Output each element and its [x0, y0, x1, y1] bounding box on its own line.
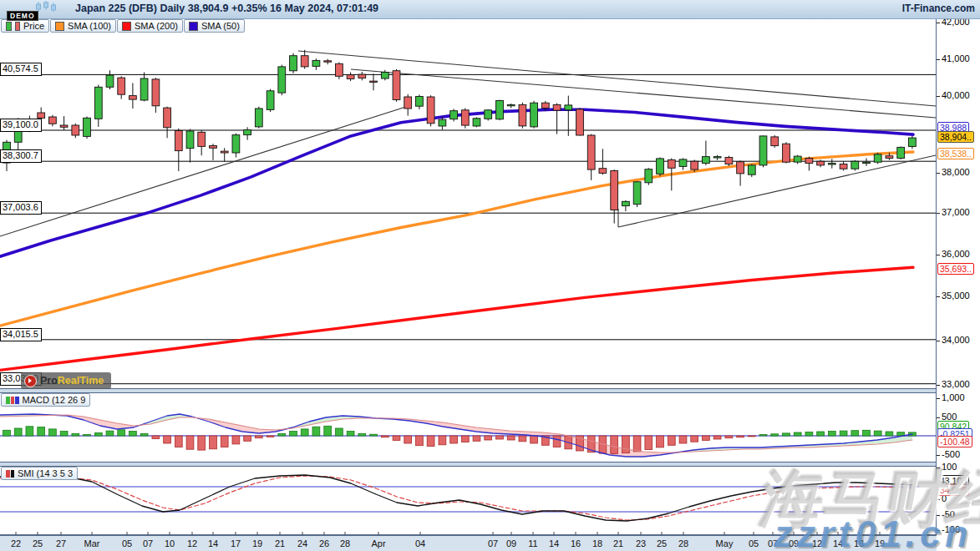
time-axis-label: 22 — [11, 538, 21, 548]
last-value-label: 38,904.. — [937, 131, 974, 143]
axis-tick-label: 37,000 — [942, 207, 970, 217]
smi-icon — [6, 470, 14, 478]
time-axis-label: 07 — [143, 538, 153, 548]
time-axis-label: 21 — [613, 538, 623, 548]
axis-tick — [937, 213, 940, 214]
legend-swatch-icon — [6, 22, 12, 31]
price-level-label: 39,100.0 — [0, 119, 42, 132]
legend-item-price[interactable]: Price — [1, 19, 49, 33]
axis-tick-label: 40,000 — [942, 90, 970, 100]
axis-tick — [937, 417, 940, 418]
time-axis-label: 27 — [56, 538, 66, 548]
sma-100-line — [0, 152, 913, 326]
axis-tick-label: 500 — [942, 412, 957, 422]
provider-brand: IT-Finance.com — [902, 3, 975, 14]
time-axis-label: 05 — [122, 538, 132, 548]
time-axis-label: May — [716, 538, 734, 548]
legend-item-label: SMA (100) — [68, 21, 111, 31]
axis-tick-label: 36,000 — [942, 249, 970, 259]
time-axis-label: Mar — [84, 538, 100, 548]
axis-tick — [937, 341, 940, 341]
instrument-title: Japan 225 (DFB) Daily 38,904.9 +0.35% 16… — [75, 3, 378, 14]
price-level-label: 38,300.7 — [0, 149, 42, 163]
time-axis-label: 24 — [297, 538, 307, 548]
last-value-label: 35,693.. — [937, 263, 974, 275]
axis-tick — [937, 173, 940, 174]
time-axis-label: 18 — [592, 538, 602, 548]
prorealtime-logo-icon — [24, 375, 37, 387]
legend-swatch-icon — [122, 22, 131, 31]
time-axis-label: 19 — [252, 538, 262, 548]
price-level-label: 37,003.6 — [0, 201, 42, 215]
time-axis-label: 10 — [165, 538, 175, 548]
axis-tick — [937, 23, 940, 23]
smi-indicator-button[interactable]: SMI (14 3 5 3 — [1, 467, 78, 480]
axis-tick-label: 1,000 — [942, 392, 965, 402]
time-axis-label: 14 — [208, 538, 218, 548]
axis-tick-label: 34,000 — [942, 335, 970, 345]
time-axis-label: 23 — [636, 538, 646, 548]
time-axis-label: 25 — [657, 538, 667, 548]
time-axis-label: 16 — [571, 538, 581, 548]
legend-swatch-icon — [189, 22, 198, 31]
prorealtime-watermark: ProRealTime — [21, 372, 111, 389]
axis-tick — [937, 59, 940, 60]
legend-item-sma-200[interactable]: SMA (200) — [117, 19, 183, 33]
demo-badge: DEMO — [7, 11, 38, 21]
axis-tick — [937, 455, 940, 456]
time-axis-label: 09 — [506, 538, 516, 548]
time-axis-label: 26 — [319, 538, 329, 548]
chart-application: 40,574.539,100.038,300.737,003.634,015.5… — [0, 0, 980, 551]
time-axis-label: 11 — [528, 538, 537, 548]
axis-tick — [937, 96, 940, 97]
axis-tick-label: 35,000 — [942, 291, 970, 301]
time-axis-label: 14 — [549, 538, 559, 548]
legend-item-label: Price — [23, 21, 44, 31]
last-value-label: -100.48 — [937, 436, 972, 447]
legend: PriceSMA (100)SMA (200)SMA (50) — [1, 19, 245, 33]
axis-tick — [937, 398, 940, 399]
smi-label: SMI (14 3 5 3 — [18, 468, 73, 478]
legend-item-label: SMA (200) — [135, 21, 178, 31]
time-axis-label: 04 — [415, 538, 425, 548]
time-axis-label: 21 — [275, 538, 285, 548]
price-level-label: 34,015.5 — [0, 328, 42, 341]
candles — [3, 50, 917, 224]
axis-tick — [937, 255, 940, 255]
time-axis-label: 12 — [187, 538, 197, 548]
macd-icon — [6, 397, 19, 404]
price-level-label: 40,574.5 — [0, 63, 42, 76]
axis-tick-label: 38,000 — [942, 167, 970, 177]
axis-tick-label: -500 — [942, 449, 960, 459]
sma-200-line — [0, 267, 913, 370]
time-axis-label: 17 — [231, 538, 241, 548]
sma-50-line — [0, 109, 913, 256]
axis-tick — [937, 385, 940, 386]
macd-indicator-button[interactable]: MACD (12 26 9 — [1, 393, 90, 407]
candlestick-logo-icon — [35, 1, 60, 13]
legend-swatch-icon — [15, 22, 21, 31]
axis-tick-label: 33,000 — [942, 379, 970, 389]
legend-item-label: SMA (50) — [201, 21, 240, 31]
time-axis-label: 07 — [488, 538, 498, 548]
last-value-label: 38,538.. — [937, 148, 974, 159]
time-axis-label: 28 — [340, 538, 350, 548]
axis-tick — [937, 296, 940, 297]
axis-tick-label: 41,000 — [942, 53, 970, 63]
legend-item-sma-100[interactable]: SMA (100) — [50, 19, 116, 33]
legend-item-sma-50[interactable]: SMA (50) — [184, 19, 245, 33]
site-watermark: zzrt01.cn — [774, 513, 972, 551]
macd-histogram — [3, 426, 917, 453]
time-axis-label: 25 — [33, 538, 43, 548]
time-axis-label: Apr — [371, 538, 385, 548]
prorealtime-text-pro: Pro — [40, 375, 58, 387]
macd-label: MACD (12 26 9 — [23, 395, 86, 405]
title-bar: Japan 225 (DFB) Daily 38,904.9 +0.35% 16… — [0, 0, 980, 19]
legend-swatch-icon — [55, 22, 64, 31]
prorealtime-text-realtime: RealTime — [58, 375, 104, 387]
time-axis-label: 28 — [678, 538, 688, 548]
